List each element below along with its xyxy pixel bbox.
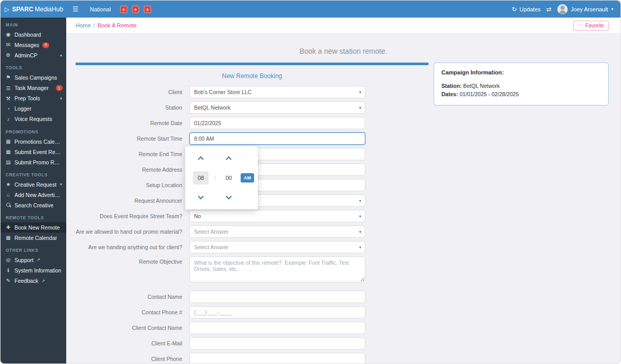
breadcrumb-home-link[interactable]: Home (76, 22, 91, 28)
sidebar-item-label: Messages (14, 42, 39, 48)
microphone-icon: ♪ (5, 116, 11, 123)
hour-value[interactable]: 08 (193, 171, 209, 185)
sidebar-item-admincp[interactable]: ⚙AdminCP▾ (1, 50, 66, 60)
sidebar-item-sales-campaigns[interactable]: ⚑Sales Campaigns (1, 72, 66, 83)
station-logo-icon: ▲ (122, 7, 126, 11)
field-contact-phone[interactable] (189, 306, 365, 318)
sidebar-item-submit-event-request[interactable]: ▦Submit Event Request (1, 147, 66, 157)
form-title: New Remote Booking (76, 72, 428, 80)
sidebar-item-label: Add New Advertiser (14, 192, 62, 198)
form-row-street-team: Does Event Require Street Team?▾ (76, 210, 428, 222)
field-label-contact-phone: Contact Phone # (76, 309, 189, 315)
brand-title-light: MediaHub (35, 6, 63, 13)
field-client-contact-name[interactable] (189, 322, 365, 334)
field-label-street-team: Does Event Require Street Team? (76, 213, 189, 219)
field-remote-date[interactable] (189, 117, 365, 129)
sidebar-section-title-main: MAIN (1, 18, 66, 29)
dashboard-icon: ◉ (5, 32, 11, 38)
chevron-up-icon (226, 156, 231, 162)
field-label-setup-location: Setup Location (76, 182, 189, 188)
notification-badge: 0 (42, 42, 49, 48)
sidebar-section-title-promotions: PROMOTIONS (1, 125, 66, 136)
select-handing-out: ▾ (189, 241, 365, 253)
field-handing-out[interactable] (189, 241, 365, 253)
sidebar-item-dashboard[interactable]: ◉Dashboard (1, 29, 66, 40)
sidebar-item-book-new-remote[interactable]: ✚Book New Remote (1, 222, 66, 233)
form-row-contact-name: Contact Name (76, 291, 428, 303)
station-logo[interactable]: ▲ (132, 6, 139, 13)
form-row-promo-material: Are we allowed to hand out promo materia… (76, 225, 428, 238)
file-icon: ▤ (5, 159, 11, 165)
calendar-icon: ▦ (5, 235, 11, 241)
field-label-promo-material: Are we allowed to hand out promo materia… (76, 229, 189, 235)
page-title: Book a new station remote. (66, 47, 620, 55)
sidebar-item-add-new-advertiser[interactable]: ⌂Add New Advertiser (1, 190, 66, 200)
field-label-request-announcer: Request Announcer (76, 198, 189, 204)
meridiem-toggle-button[interactable]: AM (241, 173, 254, 183)
form-row-client-contact-name: Client Contact Name (76, 322, 428, 334)
sidebar-item-promotions-calendar[interactable]: ▦Promotions Calendar (1, 136, 66, 147)
updates-button[interactable]: ↻ Updates (512, 6, 541, 13)
hour-increment-button[interactable] (190, 151, 211, 167)
hour-decrement-button[interactable] (190, 189, 211, 204)
field-promo-material[interactable] (189, 225, 365, 238)
envelope-icon: ✉ (5, 42, 11, 48)
chevron-down-icon: ▾ (60, 53, 62, 58)
life-ring-icon: ◎ (5, 257, 11, 263)
calendar-plus-icon: ▦ (5, 149, 11, 155)
campaign-station-line: Station: BetQL Network (441, 82, 601, 89)
sidebar-section-title-other-links: OTHER LINKS (1, 243, 66, 255)
field-client[interactable] (189, 86, 365, 98)
campaign-station-label: Station: (441, 83, 462, 89)
form-row-remote-start-time: Remote Start Time (76, 132, 428, 145)
sidebar-item-remote-calendar[interactable]: ▦Remote Calendar (1, 233, 66, 243)
field-label-contact-name: Contact Name (76, 294, 189, 300)
sidebar-item-messages[interactable]: ✉Messages0 (1, 40, 66, 50)
field-contact-name[interactable] (189, 291, 365, 303)
field-client-phone[interactable] (189, 353, 365, 363)
sidebar-item-feedback[interactable]: ✎Feedback↗ (1, 276, 66, 286)
field-label-client: Client (76, 89, 189, 95)
sidebar-item-submit-promo-request[interactable]: ▤Submit Promo Request (1, 157, 66, 168)
brand[interactable]: ▷ SPARCMediaHub (1, 6, 67, 13)
menu-toggle-icon[interactable]: ☰ (67, 1, 84, 18)
sidebar-item-logger[interactable]: ◔Logger (1, 103, 66, 114)
sidebar-item-voice-requests[interactable]: ♪Voice Requests (1, 114, 66, 124)
station-logo[interactable]: ▲ (144, 6, 151, 13)
favorite-label: Favorite (585, 23, 604, 28)
station-logo[interactable]: ▲ (120, 6, 127, 13)
field-remote-objective[interactable] (189, 256, 365, 282)
field-remote-start-time[interactable] (189, 132, 365, 145)
chevron-down-icon: ▾ (611, 7, 613, 11)
field-label-remote-date: Remote Date (76, 120, 189, 126)
user-menu[interactable]: Joey Arsenault ▾ (557, 4, 613, 14)
sidebar-item-task-manager[interactable]: ☰Task Manager1 (1, 83, 66, 93)
sidebar-item-label: Voice Requests (14, 116, 52, 122)
sidebar-nav: MAIN◉Dashboard✉Messages0⚙AdminCP▾TOOLS⚑S… (1, 18, 66, 363)
field-street-team[interactable] (189, 210, 365, 222)
sidebar-item-label: Sales Campaigns (14, 74, 57, 81)
sidebar-item-support[interactable]: ◎Support↗ (1, 255, 66, 265)
clock-icon: ◔ (5, 106, 11, 112)
time-picker-popup: 08 : 00 AM (185, 146, 258, 209)
minute-value[interactable]: 00 (226, 175, 232, 181)
sidebar-section-title-tools: TOOLS (1, 60, 66, 72)
field-station[interactable] (189, 101, 365, 114)
form-row-handing-out: Are we handing anything out for client?▾ (76, 241, 428, 253)
brand-logo-icon: ▷ (5, 6, 9, 12)
campaign-dates-line: Dates: 01/01/2025 - 02/28/2025 (441, 90, 601, 98)
sidebar-item-label: Creative Request (14, 181, 56, 188)
search-icon (5, 203, 11, 208)
sidebar-item-prep-tools[interactable]: ⚒Prep Tools▾ (1, 93, 66, 103)
minute-increment-button[interactable] (218, 151, 239, 167)
star-icon: ★ (5, 181, 11, 188)
sidebar-item-search-creative[interactable]: Search Creative (1, 200, 66, 210)
shuffle-icon[interactable]: ⇄ (546, 6, 552, 13)
minute-decrement-button[interactable] (218, 189, 239, 204)
favorite-button[interactable]: ♡ Favorite (573, 21, 609, 31)
avatar (557, 4, 568, 14)
field-client-email[interactable] (189, 337, 365, 350)
select-station: ▾ (189, 101, 365, 114)
sidebar-item-creative-request[interactable]: ★Creative Request▾ (1, 179, 66, 190)
sidebar-item-system-information[interactable]: ℹSystem Information (1, 265, 66, 276)
